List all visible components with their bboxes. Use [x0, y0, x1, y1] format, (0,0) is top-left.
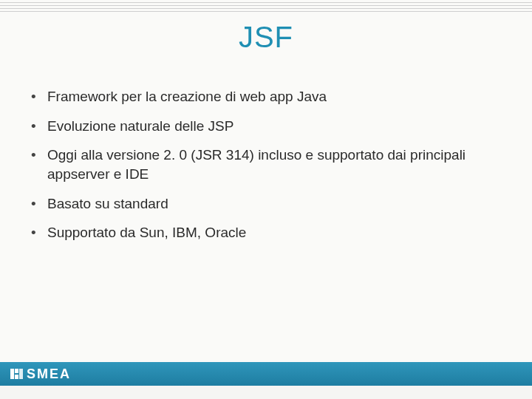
svg-rect-2 — [15, 375, 18, 379]
bullet-item: Oggi alla versione 2. 0 (JSR 314) inclus… — [28, 146, 488, 183]
svg-rect-0 — [10, 369, 14, 379]
footer-bar: SMEA — [0, 362, 532, 386]
brand-mark-icon — [10, 367, 24, 381]
bullet-item: Framework per la creazione di web app Ja… — [28, 87, 488, 106]
bullet-list: Framework per la creazione di web app Ja… — [28, 87, 488, 242]
bottom-edge — [0, 386, 532, 399]
bullet-item: Supportato da Sun, IBM, Oracle — [28, 223, 488, 242]
svg-rect-1 — [15, 369, 18, 373]
bullet-item: Basato su standard — [28, 194, 488, 214]
bullet-item: Evoluzione naturale delle JSP — [28, 117, 488, 136]
top-decorative-lines — [0, 0, 532, 13]
slide-content: Framework per la creazione di web app Ja… — [28, 87, 488, 253]
slide-title: JSF — [0, 21, 532, 54]
svg-rect-3 — [19, 369, 23, 379]
brand-name: SMEA — [27, 366, 71, 382]
brand-logo: SMEA — [0, 366, 71, 382]
